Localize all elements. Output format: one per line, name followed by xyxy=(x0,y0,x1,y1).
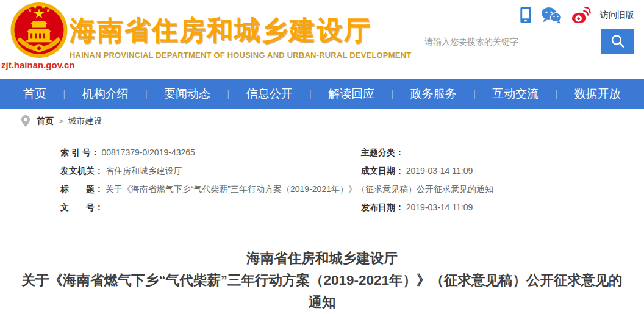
meta-label-written-date: 成文日期 xyxy=(361,166,395,176)
meta-value-index: 00817379-0/2019-43265 xyxy=(101,148,195,157)
meta-cell-publish-date: 发布日期:2019-03-14 11:09 xyxy=(361,198,623,216)
meta-cell-category: 主题分类: xyxy=(361,143,623,162)
meta-colon: : xyxy=(98,166,101,176)
breadcrumb-current[interactable]: 城市建设 xyxy=(68,116,102,127)
meta-colon: : xyxy=(94,148,97,157)
meta-value-written-date: 2019-03-14 11:09 xyxy=(406,166,473,176)
meta-label-category: 主题分类 xyxy=(361,148,395,157)
meta-cell-agency: 发文机关:省住房和城乡建设厅 xyxy=(21,162,361,180)
wechat-icon[interactable] xyxy=(541,7,562,24)
meta-colon: : xyxy=(98,184,101,194)
meta-colon: : xyxy=(98,202,101,212)
meta-label-title: 标 题 xyxy=(60,184,95,194)
meta-row-index: 索 引 号:00817379-0/2019-43265 主题分类: xyxy=(21,143,623,162)
nav-item-home[interactable]: 首页 xyxy=(23,86,46,102)
nav-separator: | xyxy=(473,89,476,99)
meta-cell-doc-no: 文 号: xyxy=(21,198,361,216)
meta-value-title: 关于《海南省燃气下乡“气代柴薪”三年行动方案（2019-2021年）》（征求意见… xyxy=(106,184,493,194)
site-url: zjt.hainan.gov.cn xyxy=(1,60,73,70)
nav-item-news[interactable]: 要闻动态 xyxy=(164,86,210,102)
nav-item-open-data[interactable]: 数据开放 xyxy=(574,86,621,102)
meta-label-agency: 发文机关 xyxy=(60,166,95,176)
site-title: 海南省住房和城乡建设厅 xyxy=(70,11,411,49)
meta-cell-title: 标 题:关于《海南省燃气下乡“气代柴薪”三年行动方案（2019-2021年）》（… xyxy=(21,180,623,198)
mobile-icon[interactable] xyxy=(520,6,532,24)
nav-item-interaction[interactable]: 互动交流 xyxy=(492,86,538,102)
meta-cell-written-date: 成文日期:2019-03-14 11:09 xyxy=(361,162,623,180)
search-bar xyxy=(417,29,634,54)
meta-value-publish-date: 2019-03-14 11:09 xyxy=(406,202,473,212)
breadcrumb-home[interactable]: 首页 xyxy=(37,116,54,127)
site-subtitle-en: HAINAN PROVINCIAL DEPARTMENT OF HOUSING … xyxy=(70,51,411,60)
weibo-icon[interactable] xyxy=(571,6,591,24)
meta-value-agency: 省住房和城乡建设厅 xyxy=(106,166,182,176)
nav-item-interpretation[interactable]: 解读回应 xyxy=(328,86,374,102)
search-icon xyxy=(610,34,626,49)
breadcrumb-separator: > xyxy=(59,116,63,126)
meta-colon: : xyxy=(398,202,401,212)
national-emblem-icon[interactable] xyxy=(7,1,71,60)
nav-separator: | xyxy=(309,89,312,99)
document-meta-table: 索 引 号:00817379-0/2019-43265 主题分类: 发文机关:省… xyxy=(21,140,623,221)
breadcrumb-divider xyxy=(20,134,624,134)
meta-row-title: 标 题:关于《海南省燃气下乡“气代柴薪”三年行动方案（2019-2021年）》（… xyxy=(21,180,623,198)
meta-label-index: 索 引 号 xyxy=(60,148,91,157)
location-pin-icon xyxy=(21,115,30,127)
nav-separator: | xyxy=(145,89,148,99)
meta-label-doc-no: 文 号 xyxy=(60,202,95,212)
nav-item-about[interactable]: 机构介绍 xyxy=(82,86,129,102)
search-input[interactable] xyxy=(417,29,601,54)
nav-separator: | xyxy=(556,89,558,99)
nav-separator: | xyxy=(63,89,65,99)
meta-colon: : xyxy=(398,148,401,157)
main-nav: 首页 | 机构介绍 | 要闻动态 | 信息公开 | 解读回应 | 政务服务 | … xyxy=(0,79,644,109)
meta-label-publish-date: 发布日期 xyxy=(361,202,395,212)
old-version-link[interactable]: 访问旧版 xyxy=(600,10,634,21)
nav-separator: | xyxy=(392,89,394,99)
article-divider xyxy=(20,238,624,238)
search-button[interactable] xyxy=(601,29,634,54)
meta-row-agency: 发文机关:省住房和城乡建设厅 成文日期:2019-03-14 11:09 xyxy=(21,162,623,180)
top-links: 访问旧版 xyxy=(520,6,634,24)
site-header: zjt.hainan.gov.cn 海南省住房和城乡建设厅 HAINAN PRO… xyxy=(0,0,644,79)
article-title: 海南省住房和城乡建设厅 关于《海南省燃气下乡“气代柴薪”三年行动方案（2019-… xyxy=(20,248,624,313)
breadcrumb: 首页 > 城市建设 xyxy=(20,109,624,134)
nav-item-info-disclosure[interactable]: 信息公开 xyxy=(246,86,293,102)
article-title-subject: 关于《海南省燃气下乡“气代柴薪”三年行动方案（2019-2021年）》（征求意见… xyxy=(20,269,624,313)
meta-colon: : xyxy=(398,166,401,176)
nav-item-gov-services[interactable]: 政务服务 xyxy=(410,86,457,102)
site-title-block: 海南省住房和城乡建设厅 HAINAN PROVINCIAL DEPARTMENT… xyxy=(70,11,411,60)
article-title-org: 海南省住房和城乡建设厅 xyxy=(20,248,624,269)
meta-row-doc-no: 文 号: 发布日期:2019-03-14 11:09 xyxy=(21,198,623,216)
meta-cell-index: 索 引 号:00817379-0/2019-43265 xyxy=(21,143,361,162)
nav-separator: | xyxy=(227,89,230,99)
